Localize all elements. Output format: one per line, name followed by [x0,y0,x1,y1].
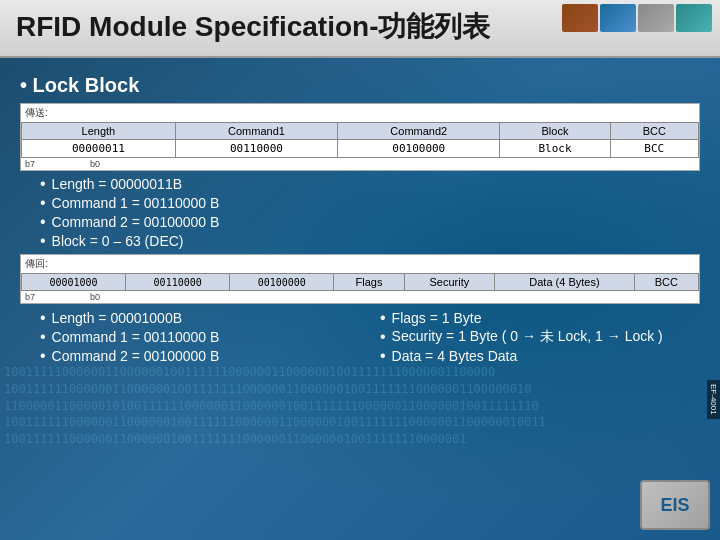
receive-table: 00001000 00110000 00100000 Flags Securit… [21,273,699,291]
main-content: • Lock Block 傳送: Length Command1 Command… [0,58,720,376]
binary-background: 1001111100000011000000100111111000000110… [0,360,720,540]
bullet2-cmd2: Command 2 = 00100000 B [40,347,360,365]
section2-bullets: Length = 00001000B Command 1 = 00110000 … [40,308,700,366]
th2-data: Data (4 Bytes) [495,274,635,291]
td-cmd1: 00110000 [175,140,337,158]
bullet-block: Block = 0 – 63 (DEC) [40,232,700,250]
td-cmd2: 00100000 [338,140,500,158]
title-img-3 [638,4,674,32]
bullet2-cmd1: Command 1 = 00110000 B [40,328,360,346]
table2-container: 傳回: 00001000 00110000 00100000 Flags Sec… [20,254,700,304]
title-bar: RFID Module Specification-功能列表 [0,0,720,58]
table1-row-label: b7 b0 [21,158,699,170]
bullets-left: Length = 00001000B Command 1 = 00110000 … [40,308,360,366]
eis-logo: EIS [640,480,710,530]
th2-bcc: BCC [634,274,698,291]
td-length: 00000011 [22,140,176,158]
td-bcc: BCC [610,140,698,158]
bullet2-flags: Flags = 1 Byte [380,309,700,327]
th2-flags: Flags [334,274,404,291]
th-length: Length [22,123,176,140]
bullet2-security: Security = 1 Byte ( 0 → 未 Lock, 1 → Lock… [380,328,700,346]
title-img-2 [600,4,636,32]
th-command1: Command1 [175,123,337,140]
table1-container: 傳送: Length Command1 Command2 Block BCC 0… [20,103,700,171]
title-img-1 [562,4,598,32]
section1-header: • Lock Block [20,74,700,97]
title-image-group [562,4,712,32]
th2-len: 00001000 [22,274,126,291]
table1-label: 傳送: [21,104,699,122]
th2-cmd2: 00100000 [230,274,334,291]
bullets-right: Flags = 1 Byte Security = 1 Byte ( 0 → 未… [380,308,700,366]
th-block: Block [500,123,610,140]
bullet-cmd2: Command 2 = 00100000 B [40,213,700,231]
table2-label: 傳回: [21,255,699,273]
side-tag: EF-4001 [707,380,720,419]
th-bcc: BCC [610,123,698,140]
table2-row-label: b7 b0 [21,291,699,303]
bullet2-length: Length = 00001000B [40,309,360,327]
send-table: Length Command1 Command2 Block BCC 00000… [21,122,699,158]
bullet-length: Length = 00000011B [40,175,700,193]
th2-security: Security [404,274,495,291]
td-block: Block [500,140,610,158]
bullet2-data: Data = 4 Bytes Data [380,347,700,365]
section1-bullets: Length = 00000011B Command 1 = 00110000 … [40,175,700,250]
th-command2: Command2 [338,123,500,140]
th2-cmd1: 00110000 [126,274,230,291]
bullet-cmd1: Command 1 = 00110000 B [40,194,700,212]
title-img-4 [676,4,712,32]
